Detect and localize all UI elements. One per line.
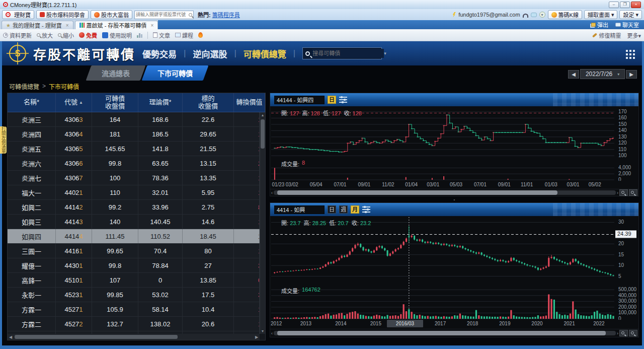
headset-icon[interactable] [523,14,528,18]
maximize-button[interactable]: ❐ [620,2,630,8]
toolbar-item[interactable]: 放大 [37,31,53,39]
table-row[interactable]: 炎洲六4306699.863.6513.1520. [8,156,260,171]
launcher-button[interactable]: 理財寶 [2,10,34,19]
search-icon[interactable] [189,13,192,17]
nav-item-3[interactable]: 可轉債總覽 [244,47,286,60]
account-button[interactable]: 設定▾ [619,10,642,19]
scroll-down-icon[interactable]: ▼ [260,328,265,334]
launcher-button[interactable]: 股市大富翁 [91,10,132,19]
table-row[interactable]: 炎洲七4306710078.3613.3517. [8,171,260,185]
tabbar-action[interactable]: 聊天室 [615,21,639,29]
table-row[interactable]: 如興二4414299.233.962.758. [8,200,260,215]
table-row[interactable]: 如興三44143140140.4514.610 [8,215,260,229]
period-month-button[interactable]: 月 [351,205,359,214]
table-row[interactable]: 炎洲三43063164168.622.613 [8,112,260,127]
breadcrumb-root[interactable]: 可轉債總覽 [9,82,39,91]
chart-settings-icon[interactable] [362,206,370,213]
account-button[interactable]: 擷取畫面▾ [584,10,618,19]
column-header[interactable]: 名稱* [8,93,56,112]
chevron-down-icon[interactable]: ▾ [384,51,386,56]
stock-price-chart[interactable]: 302015105500,000400,000300,000200,000100… [270,216,637,320]
scroll-left-icon[interactable]: ‹ [271,331,273,336]
apps-grid-icon[interactable] [626,50,628,52]
tab-close-icon[interactable]: × [66,23,69,28]
scrollbar-thumb[interactable] [277,190,558,195]
stock-search-input[interactable] [136,12,189,17]
tab-close-icon[interactable]: × [150,23,153,28]
scroll-left-icon[interactable]: ‹ [271,190,273,195]
toolbar-item[interactable]: 更多▾ [627,31,641,39]
bond-chart-scrollbar[interactable]: ‹ › [270,189,638,196]
zoom-out-icon[interactable] [619,189,628,196]
table-row[interactable]: 高鋒一45101107013.850 [8,273,260,288]
toolbar-item[interactable]: 縮小 [58,31,74,39]
table-row[interactable]: 三圓一4416199.6570.48011. [8,244,260,258]
nav-item-2[interactable]: 逆向選股 [193,47,227,60]
table-row[interactable]: 方霖一45271105.958.1410.417 [8,302,260,317]
scrollbar-thumb[interactable] [261,119,265,149]
minimize-button[interactable]: – [609,2,619,8]
launcher-button[interactable]: 股市爆料同學會 [36,10,89,19]
column-header[interactable]: 標的 收盤價 [183,93,234,112]
column-header[interactable]: 代號▲ [56,93,92,112]
notification-icon[interactable]: ▾ [539,12,545,18]
panel-splitter[interactable]: • [270,196,639,202]
period-day-button[interactable]: 日 [328,205,336,214]
date-display[interactable]: 2022/7/26▾ [580,69,625,79]
stock-chart-scrollbar[interactable]: ‹ › [270,329,638,337]
scroll-right-icon[interactable]: › [617,190,618,195]
scrollbar-thumb[interactable] [15,335,178,339]
scroll-right-icon[interactable]: › [617,331,618,336]
toolbar-item[interactable]: 文章 [153,31,170,39]
zoom-in-icon[interactable] [629,330,637,336]
table-row[interactable]: 永彰一4523199.8553.0217.53 [8,288,260,302]
period-week-button[interactable]: 週 [339,205,348,214]
table-vertical-scrollbar[interactable]: ▲ ▼ [260,112,265,334]
view-subtab[interactable]: 流通總表 [89,65,143,81]
toolbar-item[interactable] [198,32,203,38]
scrollbar-thumb[interactable] [277,331,606,335]
bond-price-chart[interactable]: 1701601501401301201101004,0002,0000 [270,106,637,181]
bond-symbol-input[interactable] [274,96,325,104]
date-next-button[interactable]: ▶ [626,70,637,79]
table-row[interactable]: 如興四44144111.45110.5218.4516 [8,229,260,244]
column-header[interactable]: 轉換價值 [234,93,265,112]
toolbar-item[interactable]: 免費 [79,31,97,39]
stock-search-box[interactable] [134,11,194,19]
scroll-right-icon[interactable]: ▶ [254,335,260,339]
scroll-up-icon[interactable]: ▲ [260,112,265,118]
table-row[interactable]: 方霖二45272132.7138.0220.614. [8,317,260,331]
toolbar-item[interactable]: 使用說明 [102,31,132,39]
toolbar-item[interactable]: 修復精靈 [592,31,621,39]
period-day-button[interactable]: 日 [328,96,336,104]
close-button[interactable]: × [631,2,641,8]
hot-link[interactable]: 籌碼程序員 [212,12,240,18]
date-prev-button[interactable]: ◀ [568,70,579,79]
table-row[interactable]: 耀億一4430199.878.842734 [8,258,260,273]
svg-text:100: 100 [618,153,627,158]
toolbar-item[interactable]: 資料更新 [3,31,32,39]
view-subtab[interactable]: 下市可轉債 [144,65,206,81]
table-row[interactable]: 炎洲四43064181186.529.6515 [8,127,260,142]
product-tab[interactable]: 蕭啟斌 - 存股不離可轉債× [75,21,158,29]
toolbar-item[interactable]: 課程 [175,31,193,39]
table-row[interactable]: 炎洲五43065145.65141.821.5515 [8,142,260,156]
zoom-in-icon[interactable] [629,189,637,196]
column-header[interactable]: 理論價* [138,93,183,112]
chart-settings-icon[interactable] [339,96,347,103]
nav-item-1[interactable]: 優勢交易 [142,47,177,60]
open-left-list-tab[interactable]: 打開左側清單 [0,126,7,154]
toolbar-item[interactable] [137,33,142,38]
account-button[interactable]: 籌碼K線 [548,10,582,19]
scroll-left-icon[interactable]: ◀ [8,335,14,339]
chat-icon[interactable] [531,13,537,17]
product-tab[interactable]: ★我的理財寶 - 理財寶× [2,21,73,29]
stock-symbol-input[interactable] [274,205,325,214]
cb-search-input[interactable] [312,49,384,58]
cb-search-box[interactable]: ▾ [302,47,382,59]
table-row[interactable]: 福大一4402111032.015.9518. [8,185,260,200]
zoom-out-icon[interactable] [619,330,628,336]
tabbar-action[interactable]: 彈出 [591,21,608,29]
column-header[interactable]: 可轉債 收盤價 [92,93,138,112]
table-horizontal-scrollbar[interactable]: ◀ ▶ [8,334,260,340]
